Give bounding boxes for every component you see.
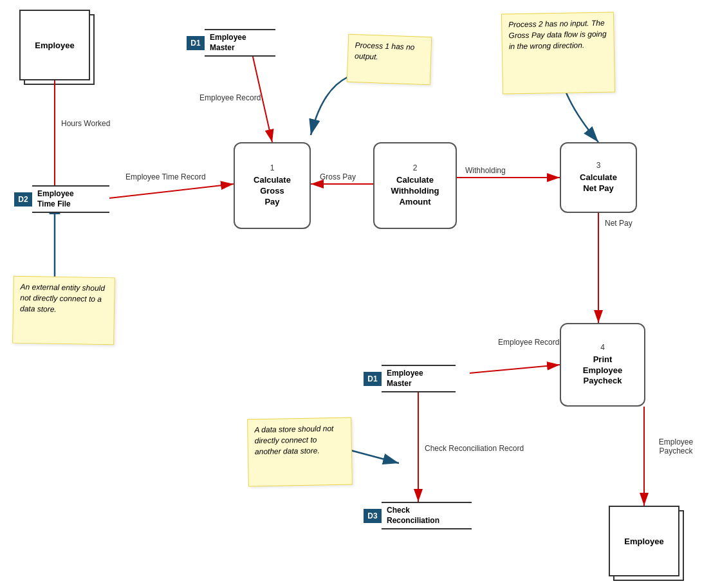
sticky-note-1: Process 1 has no output. xyxy=(347,34,432,85)
employee-time-record-label: Employee Time Record xyxy=(125,172,206,181)
process-3-label: CalculateNet Pay xyxy=(580,172,617,194)
process-1-label: CalculateGrossPay xyxy=(254,175,291,208)
datastore-d1-bottom-label: EmployeeMaster xyxy=(382,365,456,392)
check-reconciliation-record-label: Check Reconciliation Record xyxy=(425,444,524,453)
sticky-note-4-text: A data store should not directly connect… xyxy=(254,424,333,456)
datastore-d2-id: D2 xyxy=(14,192,32,207)
datastore-d1-top-label: EmployeeMaster xyxy=(205,29,275,57)
net-pay-label: Net Pay xyxy=(605,219,633,228)
process-4-number: 4 xyxy=(600,343,605,352)
datastore-d3: D3 CheckReconciliation xyxy=(364,502,472,529)
employee-record-bottom-label: Employee Record xyxy=(498,338,559,347)
datastore-d2-label: EmployeeTime File xyxy=(32,185,109,213)
employee-entity-bottom: Employee xyxy=(609,506,679,576)
process-3: 3 CalculateNet Pay xyxy=(560,142,637,213)
svg-line-10 xyxy=(470,365,560,373)
sticky-note-4: A data store should not directly connect… xyxy=(247,418,353,487)
svg-line-13 xyxy=(351,450,399,463)
process-3-number: 3 xyxy=(596,161,601,170)
process-2-number: 2 xyxy=(413,163,418,172)
sticky-note-2: Process 2 has no input. The Gross Pay da… xyxy=(501,12,615,94)
datastore-d2: D2 EmployeeTime File xyxy=(14,185,109,213)
employee-entity-top-label: Employee xyxy=(35,41,74,50)
sticky-note-1-text: Process 1 has no output. xyxy=(355,41,415,61)
employee-record-top-label: Employee Record xyxy=(199,93,261,102)
datastore-d1-top: D1 EmployeeMaster xyxy=(187,29,275,57)
datastore-d1-bottom: D1 EmployeeMaster xyxy=(364,365,456,392)
process-2-label: CalculateWithholdingAmount xyxy=(391,175,439,208)
process-4: 4 PrintEmployeePaycheck xyxy=(560,323,645,407)
datastore-d1-top-id: D1 xyxy=(187,36,205,50)
datastore-d1-bottom-id: D1 xyxy=(364,372,382,386)
gross-pay-label: Gross Pay xyxy=(320,172,356,181)
svg-line-5 xyxy=(109,184,234,198)
process-1-number: 1 xyxy=(270,163,275,172)
datastore-d3-id: D3 xyxy=(364,509,382,523)
sticky-note-3: An external entity should not directly c… xyxy=(12,276,115,345)
employee-entity-bottom-label: Employee xyxy=(624,537,663,546)
employee-paycheck-label: Employee Paycheck xyxy=(650,437,702,455)
datastore-d3-label: CheckReconciliation xyxy=(382,502,472,529)
withholding-label: Withholding xyxy=(465,166,506,175)
sticky-note-3-text: An external entity should not directly c… xyxy=(20,282,105,314)
process-4-label: PrintEmployeePaycheck xyxy=(583,354,622,387)
process-2: 2 CalculateWithholdingAmount xyxy=(373,142,457,229)
hours-worked-label: Hours Worked xyxy=(61,119,110,128)
sticky-note-2-text: Process 2 has no input. The Gross Pay da… xyxy=(508,19,607,51)
employee-entity-top: Employee xyxy=(19,10,90,80)
process-1: 1 CalculateGrossPay xyxy=(234,142,311,229)
diagram-container: Employee Hours Worked D2 EmployeeTime Fi… xyxy=(0,0,702,588)
